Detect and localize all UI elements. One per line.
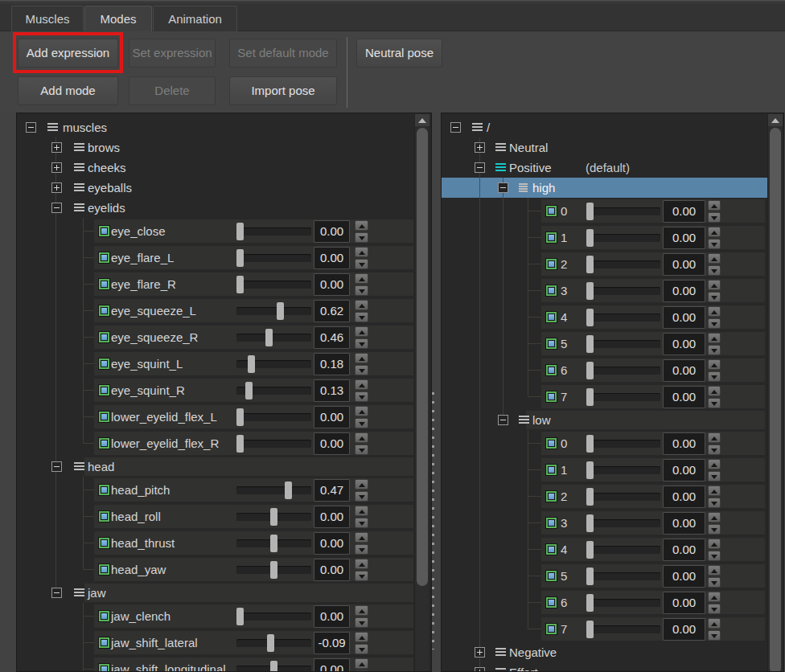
tree-row-Effort[interactable]: Effort [442,662,783,672]
tree-row-lower_eyelid_flex_R[interactable]: lower_eyelid_flex_R0.00 [17,430,431,457]
tree-row-eye_flare_R[interactable]: eye_flare_R0.00 [17,271,431,297]
slider-track[interactable] [586,393,660,401]
muscle-checkbox-icon[interactable] [546,465,557,475]
spin-up-button[interactable] [708,592,721,602]
slider-thumb[interactable] [236,408,244,426]
slider-track[interactable] [586,367,660,375]
tree-row-5[interactable]: 50.00 [442,330,783,357]
spin-down-button[interactable] [708,471,721,481]
tree-row-jaw_clench[interactable]: jaw_clench0.00 [17,603,431,629]
spin-up-button[interactable] [708,618,721,629]
slider-thumb[interactable] [586,203,594,220]
value-spinbox[interactable]: 0.00 [314,273,350,296]
spin-up-button[interactable] [355,605,368,616]
value-spinbox[interactable]: 0.00 [663,432,705,455]
spin-down-button[interactable] [708,604,721,614]
muscle-checkbox-icon[interactable] [546,518,557,528]
slider-thumb[interactable] [248,355,255,373]
slider-track[interactable] [236,281,311,289]
import-pose-button[interactable]: Import pose [229,76,337,105]
muscle-checkbox-icon[interactable] [99,252,109,263]
slider-thumb[interactable] [236,276,244,293]
muscle-checkbox-icon[interactable] [99,485,109,495]
value-spinbox[interactable]: 0.00 [314,605,350,628]
spin-up-button[interactable] [708,459,721,469]
slider-thumb[interactable] [236,249,244,267]
spin-up-button[interactable] [708,306,721,317]
delete-button[interactable]: Delete [129,76,216,105]
slider-track[interactable] [586,599,660,607]
spin-down-button[interactable] [708,630,721,641]
muscle-checkbox-icon[interactable] [546,597,557,608]
tree-row-eyeballs[interactable]: eyeballs [17,178,431,198]
muscle-checkbox-icon[interactable] [99,279,109,289]
slider-thumb[interactable] [236,223,244,240]
slider-thumb[interactable] [270,661,277,672]
spin-up-button[interactable] [708,512,721,522]
slider-thumb[interactable] [270,535,277,552]
spin-up-button[interactable] [355,432,368,443]
slider-thumb[interactable] [236,435,244,453]
expand-icon[interactable] [475,142,485,153]
spin-up-button[interactable] [708,386,721,396]
value-spinbox[interactable]: 0.00 [314,220,350,243]
tree-row-1[interactable]: 10.00 [442,457,783,483]
tree-row-eye_squint_R[interactable]: eye_squint_R0.13 [17,377,431,404]
muscle-checkbox-icon[interactable] [546,491,557,502]
tree-row-4[interactable]: 40.00 [442,536,783,563]
slider-thumb[interactable] [586,282,594,300]
slider-track[interactable] [236,440,311,448]
splitter-handle[interactable] [431,113,435,672]
expand-icon[interactable] [475,647,485,658]
spin-up-button[interactable] [708,539,721,549]
tree-row-eye_flare_L[interactable]: eye_flare_L0.00 [17,244,431,271]
tree-row-lower_eyelid_flex_L[interactable]: lower_eyelid_flex_L0.00 [17,404,431,430]
muscle-checkbox-icon[interactable] [99,226,109,236]
spin-down-button[interactable] [355,445,368,455]
tree-row-Neutral[interactable]: Neutral [442,137,783,158]
slider-track[interactable] [236,334,311,342]
spin-down-button[interactable] [355,338,368,349]
tree-row-7[interactable]: 70.00 [442,383,783,410]
spin-up-button[interactable] [355,353,368,363]
collapse-icon[interactable] [450,122,461,133]
tree-row-high[interactable]: high [442,178,783,198]
tree-row-jaw[interactable]: jaw [17,583,431,603]
tree-row-1[interactable]: 10.00 [442,224,783,251]
value-spinbox[interactable]: 0.47 [314,479,350,502]
slider-thumb[interactable] [586,541,594,559]
muscle-checkbox-icon[interactable] [99,511,109,522]
spin-down-button[interactable] [355,491,368,502]
slider-thumb[interactable] [277,302,284,320]
muscle-checkbox-icon[interactable] [546,206,557,216]
tab-modes[interactable]: Modes [84,6,152,31]
slider-thumb[interactable] [586,229,594,247]
tree-row-3[interactable]: 30.00 [442,510,783,536]
muscle-checkbox-icon[interactable] [99,359,109,369]
muscle-checkbox-icon[interactable] [546,285,557,296]
muscle-checkbox-icon[interactable] [99,438,109,449]
value-spinbox[interactable]: 0.00 [663,618,705,641]
tree-row-head_thrust[interactable]: head_thrust0.00 [17,530,431,556]
slider-thumb[interactable] [586,362,594,379]
spin-down-button[interactable] [708,398,721,408]
muscle-checkbox-icon[interactable] [546,391,557,402]
value-spinbox[interactable]: 0.00 [663,592,705,614]
slider-track[interactable] [586,340,660,348]
muscle-checkbox-icon[interactable] [546,365,557,375]
tree-row-6[interactable]: 60.00 [442,357,783,383]
muscle-checkbox-icon[interactable] [99,332,109,342]
spin-up-button[interactable] [355,632,368,642]
collapse-icon[interactable] [26,122,36,133]
tab-muscles[interactable]: Muscles [11,6,84,31]
value-spinbox[interactable]: 0.00 [314,406,350,428]
spin-up-button[interactable] [355,273,368,284]
spin-down-button[interactable] [708,551,721,561]
slider-thumb[interactable] [586,309,594,326]
slider-track[interactable] [236,227,311,236]
spin-up-button[interactable] [355,506,368,516]
spin-up-button[interactable] [708,432,721,443]
tree-row-0[interactable]: 00.00 [442,198,783,224]
slider-track[interactable] [586,287,660,295]
slider-track[interactable] [586,313,660,322]
